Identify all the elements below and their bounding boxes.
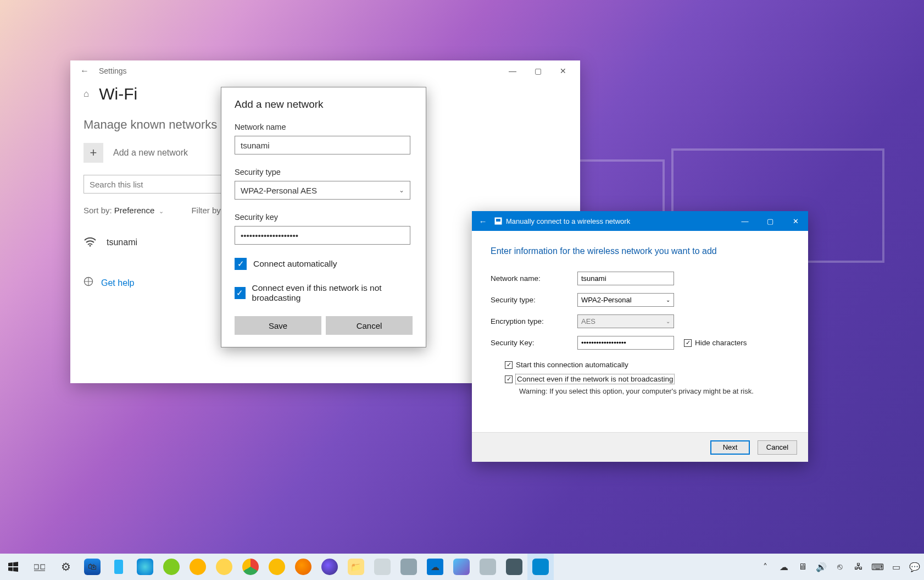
maximize-button[interactable]: ▢ [525,63,550,79]
taskbar-app-calendar[interactable] [396,554,422,580]
network-name-input[interactable] [235,136,410,154]
tray-generic-icon[interactable]: ▭ [887,554,905,580]
taskbar-app-photos[interactable] [448,554,475,580]
encryption-type-label: Encryption type: [491,317,577,325]
tray-action-center-icon[interactable]: 💬 [905,554,924,580]
window-controls: — ▢ ✕ [732,211,808,231]
minimize-button[interactable]: — [500,63,525,79]
add-network-label: Add a new network [113,148,188,158]
tray-volume-icon[interactable]: 🔊 [812,554,831,580]
save-button[interactable]: Save [235,316,321,335]
app-title: Settings [99,67,127,75]
security-type-select[interactable]: WPA2-Personal ⌄ [577,293,674,307]
maximize-button[interactable]: ▢ [758,211,783,231]
close-button[interactable]: ✕ [550,63,576,79]
tray-network-icon[interactable]: 🖧 [849,554,868,580]
taskbar-app-control-panel[interactable] [527,554,554,580]
dialog-buttons: Save Cancel [235,316,413,335]
wifi-icon [84,235,97,250]
security-key-input[interactable] [577,336,674,350]
sort-label: Sort by: [84,206,112,215]
network-name-label: Network name [235,123,413,131]
checkbox-icon [684,339,692,347]
add-network-dialog: Add a new network Network name Security … [221,87,426,347]
checkbox-icon [505,375,513,383]
wizard-title: Manually connect to a wireless network [506,217,630,225]
security-type-value: WPA2-Personal AES [241,186,317,195]
task-view-button[interactable] [26,554,53,580]
chevron-down-icon: ⌄ [159,208,164,214]
connect-auto-checkbox[interactable]: ✓ Connect automatically [235,258,413,270]
security-type-select[interactable]: WPA2-Personal AES ⌄ [235,181,410,200]
help-link[interactable]: Get help [101,278,134,288]
svg-point-0 [90,245,91,247]
sort-value: Preference [114,206,154,215]
chevron-down-icon: ⌄ [399,186,404,194]
wizard-footer: Next Cancel [472,432,808,462]
taskbar-left: ⚙ 🛍 📁 ☁ [0,554,554,580]
tray-overflow-icon[interactable]: ˄ [756,554,775,580]
taskbar-app-mail[interactable] [369,554,396,580]
hide-characters-label: Hide characters [695,339,747,347]
encryption-type-select: AES ⌄ [577,314,674,328]
connect-nonbroadcast-label: Connect even if this network is not broa… [252,283,413,303]
tray-monitor-icon[interactable]: 🖥 [793,554,812,580]
connect-nonbroadcast-label: Connect even if the network is not broad… [516,374,674,384]
svg-rect-5 [41,565,45,569]
connect-nonbroadcast-checkbox[interactable]: Connect even if the network is not broad… [505,374,789,384]
checkmark-icon: ✓ [235,287,246,299]
network-name-input[interactable] [577,272,674,285]
search-input[interactable] [84,175,243,194]
back-button[interactable]: ← [472,217,494,226]
chevron-down-icon: ⌄ [666,318,670,324]
taskbar-app-store[interactable]: 🛍 [79,554,105,580]
tray-keyboard-icon[interactable]: ⌨ [868,554,887,580]
dialog-title: Add a new network [235,98,413,111]
cancel-button[interactable]: Cancel [326,316,413,335]
taskbar-app-firefox[interactable] [290,554,316,580]
security-key-label: Security Key: [491,339,577,347]
security-key-label: Security key [235,213,413,222]
wizard-window: ← Manually connect to a wireless network… [472,211,808,462]
network-name-label: Network name: [491,274,577,283]
network-name: tsunami [107,237,137,247]
taskbar-app-edge-dev[interactable] [185,554,211,580]
page-title: Wi-Fi [99,85,137,103]
taskbar-app-settings[interactable]: ⚙ [53,554,79,580]
tray-usb-icon[interactable]: ⎋ [831,554,849,580]
taskbar-app-chrome-canary[interactable] [264,554,290,580]
taskbar-app-firefox-nightly[interactable] [316,554,343,580]
network-icon [494,217,503,225]
svg-rect-4 [34,565,38,569]
security-key-input[interactable] [235,226,410,245]
taskbar-app-onedrive[interactable]: ☁ [422,554,448,580]
connect-nonbroadcast-checkbox[interactable]: ✓ Connect even if this network is not br… [235,283,413,303]
taskbar-app-explorer[interactable]: 📁 [343,554,369,580]
plus-icon[interactable]: + [84,143,103,163]
home-icon[interactable]: ⌂ [84,89,89,100]
svg-rect-3 [496,219,500,222]
taskbar: ⚙ 🛍 📁 ☁ ˄ ☁ 🖥 🔊 ⎋ 🖧 ⌨ ▭ 💬 [0,554,924,580]
back-button[interactable]: ← [75,66,94,76]
taskbar-app-edge[interactable] [132,554,158,580]
taskbar-app-edge-beta[interactable] [158,554,185,580]
taskbar-app-edge-canary[interactable] [211,554,237,580]
security-type-label: Security type: [491,296,577,304]
next-button[interactable]: Next [710,440,750,455]
system-tray: ˄ ☁ 🖥 🔊 ⎋ 🖧 ⌨ ▭ 💬 [756,554,924,580]
cancel-button[interactable]: Cancel [758,440,797,455]
security-type-label: Security type [235,168,413,176]
close-button[interactable]: ✕ [783,211,808,231]
hide-characters-checkbox[interactable]: Hide characters [684,339,747,347]
security-type-value: WPA2-Personal [581,296,632,304]
start-auto-checkbox[interactable]: Start this connection automatically [505,361,789,369]
taskbar-app-generic1[interactable] [475,554,501,580]
taskbar-app-phone[interactable] [105,554,132,580]
start-button[interactable] [0,554,26,580]
sort-dropdown[interactable]: Sort by: Preference ⌄ [84,206,164,215]
taskbar-app-chrome[interactable] [237,554,264,580]
tray-onedrive-icon[interactable]: ☁ [775,554,793,580]
taskbar-app-generic2[interactable] [501,554,527,580]
minimize-button[interactable]: — [732,211,758,231]
warning-text: Warning: If you select this option, your… [519,387,789,395]
